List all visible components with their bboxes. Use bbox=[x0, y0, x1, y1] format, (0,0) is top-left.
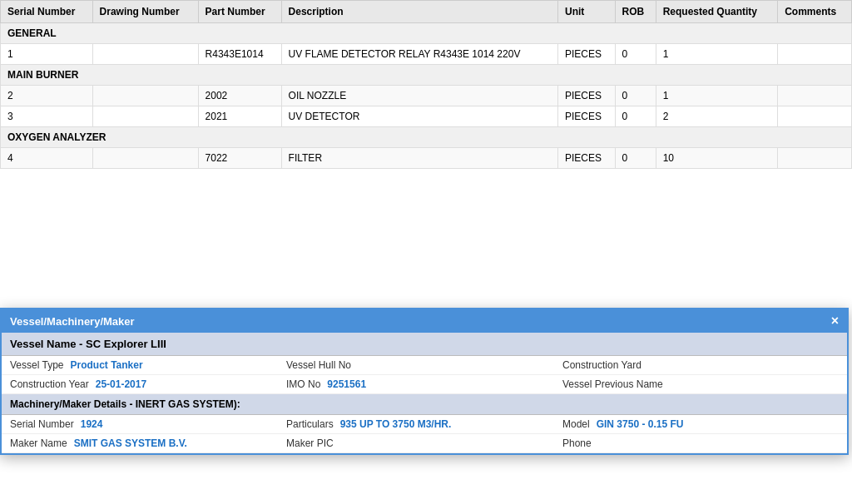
group-header-cell: GENERAL bbox=[1, 23, 852, 44]
vessel-row-2: Construction Year 25-01-2017 IMO No 9251… bbox=[2, 375, 847, 394]
model-value: GIN 3750 - 0.15 FU bbox=[597, 418, 684, 430]
cell-col-7 bbox=[778, 44, 852, 65]
modal-close-button[interactable]: × bbox=[831, 314, 839, 328]
cell-col-4: PIECES bbox=[558, 44, 616, 65]
vessel-type-field: Vessel Type Product Tanker bbox=[10, 359, 286, 371]
table-row: 32021UV DETECTORPIECES02 bbox=[1, 106, 852, 127]
vessel-name-title: Vessel Name - SC Explorer LIII bbox=[2, 333, 847, 356]
machinery-section-title: Machinery/Maker Details - INERT GAS SYST… bbox=[2, 394, 847, 415]
modal-body: Vessel Type Product Tanker Vessel Hull N… bbox=[2, 356, 847, 453]
vessel-row-1: Vessel Type Product Tanker Vessel Hull N… bbox=[2, 356, 847, 375]
table-row: 1R4343E1014UV FLAME DETECTOR RELAY R4343… bbox=[1, 44, 852, 65]
particulars-value: 935 UP TO 3750 M3/HR. bbox=[340, 418, 452, 430]
model-field: Model GIN 3750 - 0.15 FU bbox=[562, 418, 839, 430]
modal-title: Vessel/Machinery/Maker bbox=[10, 315, 135, 328]
cell-col-1 bbox=[92, 106, 198, 127]
cell-col-6: 1 bbox=[656, 86, 778, 106]
cell-col-0: 4 bbox=[1, 148, 93, 169]
construction-year-label: Construction Year bbox=[10, 378, 89, 390]
machinery-row-2: Maker Name SMIT GAS SYSTEM B.V. Maker PI… bbox=[2, 434, 847, 453]
group-header-row: GENERAL bbox=[1, 23, 852, 44]
table-row: 22002OIL NOZZLEPIECES01 bbox=[1, 86, 852, 106]
cell-col-6: 1 bbox=[656, 44, 778, 65]
model-label: Model bbox=[562, 418, 590, 430]
phone-label: Phone bbox=[562, 437, 592, 449]
col-description: Description bbox=[281, 1, 557, 23]
cell-col-3: UV DETECTOR bbox=[281, 106, 557, 127]
maker-name-label: Maker Name bbox=[10, 437, 67, 449]
col-unit: Unit bbox=[558, 1, 616, 23]
cell-col-5: 0 bbox=[615, 106, 656, 127]
cell-col-0: 3 bbox=[1, 106, 93, 127]
particulars-label: Particulars bbox=[286, 418, 334, 430]
maker-name-field: Maker Name SMIT GAS SYSTEM B.V. bbox=[10, 437, 286, 449]
cell-col-3: UV FLAME DETECTOR RELAY R4343E 1014 220V bbox=[281, 44, 557, 65]
cell-col-2: 2021 bbox=[198, 106, 281, 127]
vessel-prev-name-label: Vessel Previous Name bbox=[562, 378, 663, 390]
cell-col-5: 0 bbox=[615, 148, 656, 169]
vessel-hull-label: Vessel Hull No bbox=[286, 359, 351, 371]
table-header-row: Serial Number Drawing Number Part Number… bbox=[1, 1, 852, 23]
cell-col-6: 2 bbox=[656, 106, 778, 127]
cell-col-2: R4343E1014 bbox=[198, 44, 281, 65]
vessel-type-value: Product Tanker bbox=[71, 359, 143, 371]
phone-field: Phone bbox=[562, 437, 839, 449]
col-part: Part Number bbox=[198, 1, 281, 23]
cell-col-4: PIECES bbox=[558, 148, 616, 169]
col-qty: Requested Quantity bbox=[656, 1, 778, 23]
cell-col-1 bbox=[92, 44, 198, 65]
cell-col-7 bbox=[778, 106, 852, 127]
maker-name-value: SMIT GAS SYSTEM B.V. bbox=[74, 437, 187, 449]
cell-col-1 bbox=[92, 86, 198, 106]
col-comments: Comments bbox=[778, 1, 852, 23]
construction-yard-label: Construction Yard bbox=[562, 359, 641, 371]
cell-col-3: FILTER bbox=[281, 148, 557, 169]
imo-field: IMO No 9251561 bbox=[286, 378, 562, 390]
col-rob: ROB bbox=[615, 1, 656, 23]
group-header-cell: OXYGEN ANALYZER bbox=[1, 127, 852, 148]
parts-table: Serial Number Drawing Number Part Number… bbox=[0, 0, 852, 169]
col-serial: Serial Number bbox=[1, 1, 93, 23]
cell-col-5: 0 bbox=[615, 44, 656, 65]
construction-year-value: 25-01-2017 bbox=[96, 378, 146, 390]
vessel-hull-field: Vessel Hull No bbox=[286, 359, 562, 371]
cell-col-5: 0 bbox=[615, 86, 656, 106]
cell-col-3: OIL NOZZLE bbox=[281, 86, 557, 106]
main-table-wrapper: Serial Number Drawing Number Part Number… bbox=[0, 0, 852, 169]
cell-col-1 bbox=[92, 148, 198, 169]
cell-col-4: PIECES bbox=[558, 106, 616, 127]
cell-col-4: PIECES bbox=[558, 86, 616, 106]
vessel-prev-name-field: Vessel Previous Name bbox=[562, 378, 839, 390]
cell-col-0: 2 bbox=[1, 86, 93, 106]
machinery-row-1: Serial Number 1924 Particulars 935 UP TO… bbox=[2, 415, 847, 434]
construction-year-field: Construction Year 25-01-2017 bbox=[10, 378, 286, 390]
modal-vessel-machinery: Vessel/Machinery/Maker × Vessel Name - S… bbox=[0, 308, 849, 455]
particulars-field: Particulars 935 UP TO 3750 M3/HR. bbox=[286, 418, 562, 430]
col-drawing: Drawing Number bbox=[92, 1, 198, 23]
cell-col-6: 10 bbox=[656, 148, 778, 169]
table-row: 47022FILTERPIECES010 bbox=[1, 148, 852, 169]
group-header-row: OXYGEN ANALYZER bbox=[1, 127, 852, 148]
serial-number-value: 1924 bbox=[81, 418, 103, 430]
group-header-cell: MAIN BURNER bbox=[1, 65, 852, 86]
modal-header: Vessel/Machinery/Maker × bbox=[2, 309, 847, 333]
cell-col-0: 1 bbox=[1, 44, 93, 65]
serial-number-field: Serial Number 1924 bbox=[10, 418, 286, 430]
cell-col-2: 2002 bbox=[198, 86, 281, 106]
cell-col-7 bbox=[778, 148, 852, 169]
group-header-row: MAIN BURNER bbox=[1, 65, 852, 86]
cell-col-2: 7022 bbox=[198, 148, 281, 169]
imo-value: 9251561 bbox=[327, 378, 366, 390]
vessel-type-label: Vessel Type bbox=[10, 359, 64, 371]
imo-label: IMO No bbox=[286, 378, 320, 390]
serial-number-label: Serial Number bbox=[10, 418, 74, 430]
cell-col-7 bbox=[778, 86, 852, 106]
maker-pic-field: Maker PIC bbox=[286, 437, 562, 449]
maker-pic-label: Maker PIC bbox=[286, 437, 334, 449]
construction-yard-field: Construction Yard bbox=[562, 359, 839, 371]
